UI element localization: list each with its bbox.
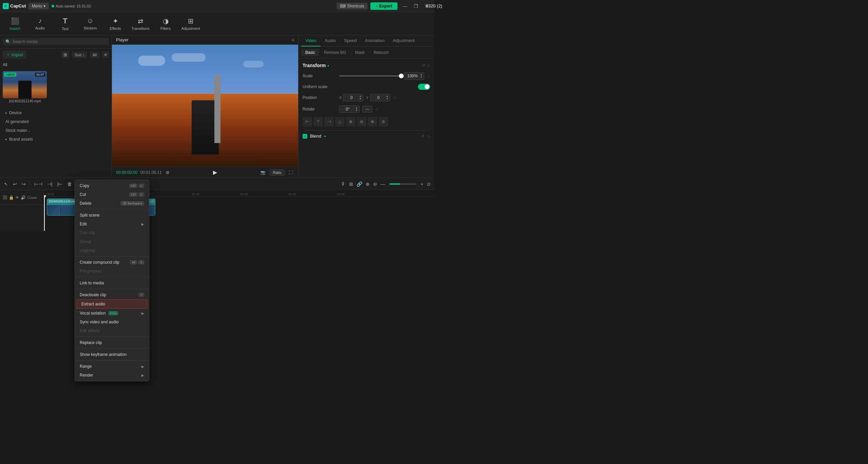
sidebar-item-brand-assets[interactable]: ▸ Brand assets <box>3 135 109 144</box>
subtab-remove-bg[interactable]: Remove BG <box>320 49 350 56</box>
subtab-retouch[interactable]: Retouch <box>369 49 393 56</box>
screenshot-button[interactable]: 📷 <box>259 169 267 176</box>
align-right-button[interactable]: ⊣ <box>324 117 334 126</box>
ratio-button[interactable]: Ratio <box>270 169 285 176</box>
sidebar-item-stock-material[interactable]: Stock mater... <box>3 126 109 135</box>
player-menu-icon[interactable]: ≡ <box>292 38 294 42</box>
rotate-minus-button[interactable]: — <box>362 106 372 113</box>
transform-keyframe-button[interactable]: ◇ <box>427 63 430 68</box>
position-x-input[interactable]: 0 ▲ ▼ <box>343 94 363 101</box>
audio-icon-track[interactable]: 🔊 <box>21 195 26 200</box>
tab-speed[interactable]: Speed <box>340 35 361 46</box>
zoom-slider-button[interactable]: — <box>380 181 386 187</box>
scale-slider[interactable] <box>339 75 401 77</box>
align-distribute-v-button[interactable]: ⊘ <box>379 117 388 126</box>
media-thumbnail[interactable]: Added 01:07 <box>3 71 47 98</box>
visibility-icon[interactable]: 👁 <box>15 195 19 200</box>
restore-button[interactable]: ❐ <box>411 1 421 11</box>
scale-input[interactable]: 100% ▲ ▼ <box>404 72 424 80</box>
horizon-line <box>112 94 298 94</box>
align-center-v-button[interactable]: ⊕ <box>346 117 355 126</box>
subtab-mask[interactable]: Mask <box>351 49 369 56</box>
tool-import[interactable]: ⬛ Import <box>3 14 27 34</box>
magnet-button[interactable]: ⊕ <box>365 181 370 187</box>
menu-split-scene[interactable]: Split scene <box>75 211 149 220</box>
text-icon: T <box>63 17 67 25</box>
tool-filters[interactable]: ◑ Filters <box>153 14 178 34</box>
tab-adjustment[interactable]: Adjustment <box>389 35 419 46</box>
align-distribute-h-button[interactable]: ⊗ <box>368 117 377 126</box>
scale-keyframe-button[interactable]: ◇ <box>427 74 430 78</box>
blend-keyframe-button[interactable]: ◇ <box>427 134 430 139</box>
subtab-basic[interactable]: Basic <box>301 49 319 56</box>
fullscreen-button[interactable]: ⛶ <box>287 169 294 176</box>
grid-view-button[interactable]: ⊞ <box>61 51 69 58</box>
position-y-down[interactable]: ▼ <box>386 98 389 100</box>
position-keyframe-button[interactable]: ◇ <box>393 95 396 100</box>
tool-audio[interactable]: ♪ Audio <box>28 14 52 34</box>
view-toggle: ⊞ <box>61 51 69 58</box>
trim-start-button[interactable]: ⊣| <box>46 181 54 187</box>
menu-delete[interactable]: Delete ⌫ Backspace <box>75 199 149 208</box>
tab-audio[interactable]: Audio <box>321 35 340 46</box>
tool-stickers[interactable]: ☺ Stickers <box>78 14 102 34</box>
split-button[interactable]: ⊢⊣ <box>33 181 44 187</box>
tool-text[interactable]: T Text <box>53 14 77 34</box>
play-button[interactable]: ▶ <box>213 169 217 176</box>
mic-button[interactable]: 🎙 <box>340 181 346 187</box>
menu-cut[interactable]: Cut Ctrl X <box>75 190 149 199</box>
link-button[interactable]: 🔗 <box>356 181 363 187</box>
search-bar[interactable]: 🔍 <box>3 38 109 45</box>
transform-reset-button[interactable]: ↺ <box>422 63 425 68</box>
sort-button[interactable]: Sort ↕ <box>72 52 87 58</box>
align-left-button[interactable]: ⊢ <box>303 117 312 126</box>
position-y-input[interactable]: 0 ▲ ▼ <box>370 94 390 101</box>
zoom-in-button[interactable]: + <box>420 181 424 187</box>
align-center-h-button[interactable]: ⊤ <box>313 117 323 126</box>
scale-slider-thumb[interactable] <box>399 74 404 78</box>
fit-button[interactable]: ⊙ <box>426 181 431 187</box>
undo-button[interactable]: ↩ <box>12 181 18 187</box>
delete-clip-button[interactable]: 🗑 <box>66 181 73 187</box>
blend-checkbox[interactable]: ✓ <box>303 134 307 139</box>
sidebar-item-device[interactable]: ▸ Device <box>3 108 109 117</box>
clip-frame <box>47 205 61 215</box>
menu-copy[interactable]: Copy Ctrl C <box>75 181 149 190</box>
position-x-down[interactable]: ▼ <box>359 98 362 100</box>
scale-down-button[interactable]: ▼ <box>420 76 423 79</box>
tool-transitions[interactable]: ⇄ Transitions <box>128 14 153 34</box>
trim-end-button[interactable]: |⊢ <box>56 181 64 187</box>
media-item[interactable]: Added 01:07 2024031811145.mp4 <box>3 71 47 103</box>
tab-video[interactable]: Video <box>301 35 321 46</box>
blend-reset-button[interactable]: ↺ <box>421 134 424 139</box>
zoom-out-button[interactable]: ⊖ <box>372 181 378 187</box>
tool-adjustment[interactable]: ⊞ Adjustment <box>178 14 203 34</box>
export-button[interactable]: ↑ Export <box>370 2 398 10</box>
transform-section-header: Transform ● ↺ ◇ <box>303 63 430 68</box>
timeline-grid-button[interactable]: ⊞ <box>165 169 171 176</box>
minimize-button[interactable]: — <box>400 1 410 11</box>
filter-button[interactable]: ≡ <box>102 51 109 58</box>
import-button[interactable]: ＋ Import <box>3 51 26 59</box>
align-bottom-button[interactable]: ⊖ <box>357 117 366 126</box>
menu-edit[interactable]: Edit ▶ <box>75 220 149 228</box>
tab-animation[interactable]: Animation <box>361 35 389 46</box>
sidebar-item-ai-generated[interactable]: AI generated <box>3 117 109 126</box>
select-tool-button[interactable]: ↖ <box>3 181 9 187</box>
tool-effects[interactable]: ✦ Effects <box>103 14 128 34</box>
all-button[interactable]: All <box>90 52 99 58</box>
rotate-down[interactable]: ▼ <box>355 109 358 112</box>
search-input[interactable] <box>13 39 106 44</box>
playhead[interactable] <box>44 197 45 231</box>
rotate-keyframe-button[interactable]: ◇ <box>375 107 378 112</box>
menu-button[interactable]: Menu ▾ <box>28 3 49 9</box>
align-top-button[interactable]: ⊥ <box>335 117 345 126</box>
uniform-scale-toggle[interactable] <box>418 84 430 90</box>
position-row: Position X 0 ▲ ▼ Y 0 <box>303 94 430 101</box>
shortcuts-button[interactable]: ⌨ Shortcuts <box>336 3 368 9</box>
rotate-input[interactable]: 0° ▲ ▼ <box>339 105 360 113</box>
track-add-button[interactable]: ⊞ <box>348 181 354 187</box>
lock-icon[interactable]: 🔒 <box>9 195 14 200</box>
redo-button[interactable]: ↪ <box>20 181 27 187</box>
zoom-slider[interactable] <box>389 183 417 185</box>
